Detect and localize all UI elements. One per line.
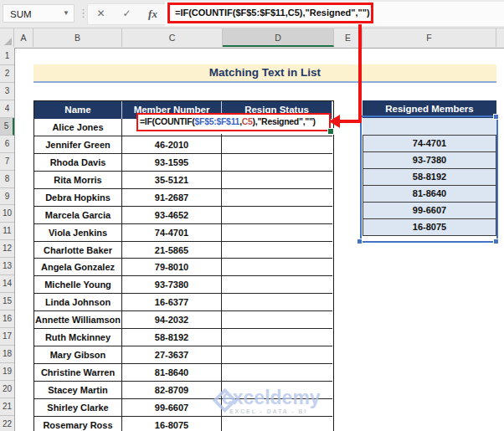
row-header[interactable]: 19 <box>0 363 14 381</box>
resign-status-cell[interactable] <box>222 399 332 417</box>
resign-status-cell[interactable] <box>222 382 332 399</box>
member-number-cell[interactable]: 16-8075 <box>122 417 222 431</box>
resign-status-cell[interactable] <box>222 242 332 259</box>
row-header[interactable]: 4 <box>0 100 14 118</box>
member-number-cell[interactable]: 35-5121 <box>122 172 222 189</box>
sheet-title-cell[interactable]: Matching Text in List <box>33 64 496 83</box>
column-header-g[interactable] <box>496 28 504 47</box>
resign-status-cell[interactable] <box>222 259 332 276</box>
resign-status-cell[interactable] <box>222 189 332 207</box>
row-header[interactable]: 8 <box>0 171 14 188</box>
name-cell[interactable]: Angela Gonzalez <box>34 259 122 276</box>
row-header[interactable]: 17 <box>0 328 14 346</box>
resigned-member-cell[interactable]: 74-4701 <box>363 135 496 152</box>
name-cell[interactable]: Rhoda Davis <box>34 154 122 172</box>
name-cell[interactable]: Alice Jones <box>34 119 122 136</box>
member-number-cell[interactable]: 16-6377 <box>122 294 222 311</box>
header-resigned-members[interactable]: Resigned Members <box>363 100 496 118</box>
range-handle-bottom-left[interactable] <box>357 239 363 244</box>
member-number-cell[interactable]: 93-4652 <box>122 207 222 224</box>
name-cell[interactable]: Marcela Garcia <box>34 207 122 224</box>
active-cell-formula[interactable]: =IF(COUNTIF($F$5:$F$11,C5),"Resigned",""… <box>136 113 331 131</box>
row-header[interactable]: 1 <box>0 48 14 65</box>
resign-status-cell[interactable] <box>222 311 332 329</box>
cancel-icon[interactable]: ✕ <box>88 4 114 24</box>
name-cell[interactable]: Jennifer Green <box>34 136 122 154</box>
member-number-cell[interactable]: 21-5865 <box>122 242 222 259</box>
enter-icon[interactable]: ✓ <box>114 4 140 24</box>
column-header-c[interactable]: C <box>122 28 223 47</box>
resign-status-cell[interactable] <box>222 276 332 294</box>
header-name[interactable]: Name <box>34 101 122 119</box>
insert-function-icon[interactable]: fx <box>140 4 166 24</box>
column-header-d[interactable]: D <box>223 28 334 47</box>
name-cell[interactable]: Ruth Mckinney <box>34 329 122 346</box>
resigned-member-cell[interactable]: 99-6607 <box>363 202 496 219</box>
fill-handle[interactable] <box>327 128 334 135</box>
range-handle-bottom-right[interactable] <box>493 239 499 244</box>
range-handle-top-right[interactable] <box>493 114 499 120</box>
resign-status-cell[interactable] <box>222 364 332 382</box>
resigned-member-cell[interactable]: 58-8192 <box>363 168 496 186</box>
resign-status-cell[interactable] <box>222 417 332 431</box>
row-header[interactable]: 21 <box>0 398 14 416</box>
column-header-b[interactable]: B <box>33 28 122 47</box>
resign-status-cell[interactable] <box>222 172 332 189</box>
select-all-button[interactable] <box>0 28 14 47</box>
row-header[interactable]: 6 <box>0 136 14 153</box>
name-cell[interactable]: Rita Morris <box>34 172 122 189</box>
name-cell[interactable]: Michelle Young <box>34 276 122 294</box>
member-number-cell[interactable]: 27-3637 <box>122 346 222 364</box>
row-header[interactable]: 12 <box>0 240 14 258</box>
name-cell[interactable]: Rosemary Ross <box>34 417 122 431</box>
column-header-a[interactable]: A <box>14 28 33 47</box>
row-header[interactable]: 18 <box>0 346 14 363</box>
member-number-cell[interactable]: 91-2687 <box>122 189 222 207</box>
name-cell[interactable]: Christine Warren <box>34 364 122 382</box>
name-cell[interactable]: Stacey Martin <box>34 382 122 399</box>
resigned-member-cell[interactable]: 93-7380 <box>363 151 496 169</box>
resigned-member-cell[interactable]: 16-8075 <box>363 218 496 236</box>
row-header[interactable]: 2 <box>0 65 14 83</box>
row-header[interactable]: 20 <box>0 381 14 398</box>
resign-status-cell[interactable] <box>222 329 332 346</box>
row-header[interactable]: 14 <box>0 275 14 293</box>
resign-status-cell[interactable] <box>222 294 332 311</box>
member-number-cell[interactable]: 74-4701 <box>122 224 222 242</box>
column-header-f[interactable]: F <box>363 28 496 47</box>
resigned-member-cell[interactable]: 81-8640 <box>363 185 496 203</box>
resign-status-cell[interactable] <box>222 346 332 364</box>
resign-status-cell[interactable] <box>222 154 332 172</box>
row-header[interactable]: 3 <box>0 83 14 100</box>
name-cell[interactable]: Linda Johnson <box>34 294 122 311</box>
row-header[interactable]: 13 <box>0 258 14 275</box>
resign-status-cell[interactable] <box>222 224 332 242</box>
member-number-cell[interactable]: 82-8709 <box>122 382 222 399</box>
name-cell[interactable]: Viola Jenkins <box>34 224 122 242</box>
name-cell[interactable]: Charlotte Baker <box>34 242 122 259</box>
member-number-cell[interactable]: 94-2032 <box>122 311 222 329</box>
member-number-cell[interactable]: 93-7380 <box>122 276 222 294</box>
name-cell[interactable]: Annette Williamson <box>34 311 122 329</box>
resign-status-cell[interactable] <box>222 207 332 224</box>
name-cell[interactable]: Debra Hopkins <box>34 189 122 207</box>
member-number-cell[interactable]: 81-8640 <box>122 364 222 382</box>
member-number-cell[interactable]: 58-8192 <box>122 329 222 346</box>
member-number-cell[interactable]: 79-8010 <box>122 259 222 276</box>
row-header[interactable]: 22 <box>0 416 14 431</box>
name-box-dropdown-icon[interactable]: ▼ <box>59 4 74 23</box>
resigned-empty-cell[interactable] <box>363 118 496 136</box>
row-header[interactable]: 11 <box>0 223 14 240</box>
row-header[interactable]: 10 <box>0 205 14 223</box>
member-number-cell[interactable]: 93-1595 <box>122 154 222 172</box>
row-header[interactable]: 15 <box>0 293 14 310</box>
row-header[interactable]: 5 <box>0 118 14 136</box>
member-number-cell[interactable]: 46-2010 <box>122 136 222 154</box>
row-header[interactable]: 16 <box>0 310 14 328</box>
member-number-cell[interactable]: 99-6607 <box>122 399 222 417</box>
resign-status-cell[interactable] <box>222 136 332 154</box>
name-cell[interactable]: Shirley Clarke <box>34 399 122 417</box>
row-header[interactable]: 7 <box>0 153 14 171</box>
row-header[interactable]: 9 <box>0 188 14 206</box>
name-cell[interactable]: Mary Gibson <box>34 346 122 364</box>
